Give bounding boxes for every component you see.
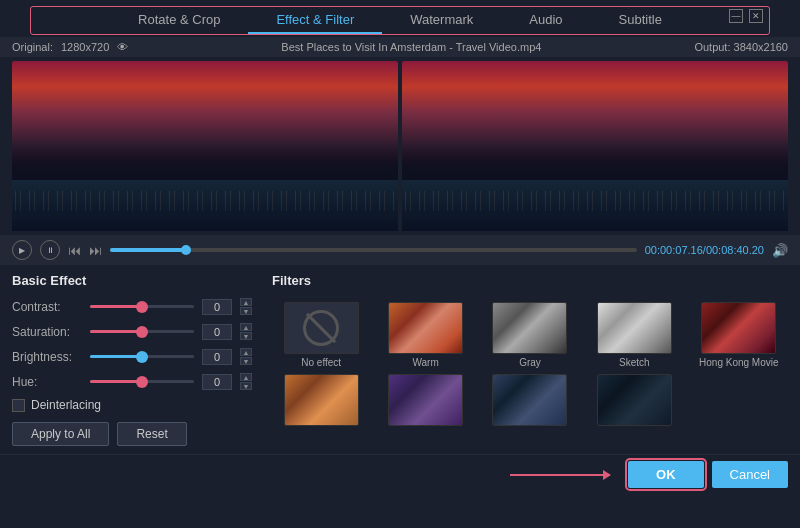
filename: Best Places to Visit In Amsterdam - Trav… <box>281 41 541 53</box>
hue-up[interactable]: ▲ <box>240 373 252 381</box>
saturation-value[interactable]: 0 <box>202 324 232 340</box>
filter-f2d[interactable] <box>585 374 683 428</box>
filter-thumb-gray <box>492 302 567 354</box>
prev-button[interactable]: ⏮ <box>68 243 81 258</box>
info-bar: Original: 1280x720 👁 Best Places to Visi… <box>0 37 800 57</box>
filter-warm[interactable]: Warm <box>376 302 474 368</box>
effect-action-buttons: Apply to All Reset <box>12 422 252 446</box>
filter-thumb-f2d <box>597 374 672 426</box>
brightness-row: Brightness: 0 ▲ ▼ <box>12 348 252 365</box>
original-resolution: 1280x720 <box>61 41 109 53</box>
preview-area <box>0 57 800 235</box>
output-resolution: 3840x2160 <box>734 41 788 53</box>
saturation-up[interactable]: ▲ <box>240 323 252 331</box>
time-display: 00:00:07.16/00:08:40.20 <box>645 244 764 256</box>
bottom-panel: Basic Effect Contrast: 0 ▲ ▼ Saturation: <box>0 265 800 454</box>
filter-label-warm: Warm <box>412 357 438 368</box>
filters-panel: Filters No effect Warm Gra <box>272 273 788 446</box>
reset-button[interactable]: Reset <box>117 422 186 446</box>
deinterlacing-checkbox[interactable] <box>12 399 25 412</box>
filter-thumb-no-effect <box>284 302 359 354</box>
apply-all-button[interactable]: Apply to All <box>12 422 109 446</box>
contrast-up[interactable]: ▲ <box>240 298 252 306</box>
tab-rotate-crop[interactable]: Rotate & Crop <box>110 7 248 34</box>
minimize-button[interactable]: — <box>729 9 743 23</box>
filter-hk-movie[interactable]: Hong Kong Movie <box>690 302 788 368</box>
arrow-indicator <box>12 474 620 476</box>
tab-watermark[interactable]: Watermark <box>382 7 501 34</box>
video-panel-left <box>12 61 398 231</box>
contrast-slider[interactable] <box>90 305 194 308</box>
deinterlacing-row: Deinterlacing <box>12 398 252 412</box>
basic-effect-panel: Basic Effect Contrast: 0 ▲ ▼ Saturation: <box>12 273 252 446</box>
playback-bar: ▶ ⏸ ⏮ ⏭ 00:00:07.16/00:08:40.20 🔊 <box>0 235 800 265</box>
filter-thumb-hk <box>701 302 776 354</box>
hue-slider[interactable] <box>90 380 194 383</box>
filter-f2b[interactable] <box>376 374 474 428</box>
brightness-value[interactable]: 0 <box>202 349 232 365</box>
filter-no-effect[interactable]: No effect <box>272 302 370 368</box>
stop-button[interactable]: ⏸ <box>40 240 60 260</box>
filter-thumb-f2a <box>284 374 359 426</box>
filters-title: Filters <box>272 273 788 288</box>
video-panel-right <box>402 61 788 231</box>
arrow-line-icon <box>510 474 610 476</box>
next-button[interactable]: ⏭ <box>89 243 102 258</box>
filter-label-no-effect: No effect <box>301 357 341 368</box>
contrast-row: Contrast: 0 ▲ ▼ <box>12 298 252 315</box>
tab-audio[interactable]: Audio <box>501 7 590 34</box>
filter-sketch[interactable]: Sketch <box>585 302 683 368</box>
filter-f2a[interactable] <box>272 374 370 428</box>
brightness-down[interactable]: ▼ <box>240 357 252 365</box>
progress-bar[interactable] <box>110 248 637 252</box>
no-effect-circle-icon <box>303 310 339 346</box>
filter-f2c[interactable] <box>481 374 579 428</box>
progress-fill <box>110 248 186 252</box>
filter-thumb-warm <box>388 302 463 354</box>
progress-thumb[interactable] <box>181 245 191 255</box>
filter-label-gray: Gray <box>519 357 541 368</box>
play-button[interactable]: ▶ <box>12 240 32 260</box>
hue-value[interactable]: 0 <box>202 374 232 390</box>
tab-bar: Rotate & Crop Effect & Filter Watermark … <box>30 6 770 35</box>
close-button[interactable]: ✕ <box>749 9 763 23</box>
hue-row: Hue: 0 ▲ ▼ <box>12 373 252 390</box>
tab-effect-filter[interactable]: Effect & Filter <box>248 7 382 34</box>
filter-label-hk: Hong Kong Movie <box>699 357 779 368</box>
brightness-label: Brightness: <box>12 350 82 364</box>
saturation-slider[interactable] <box>90 330 194 333</box>
ok-button[interactable]: OK <box>628 461 704 488</box>
filter-thumb-f2c <box>492 374 567 426</box>
saturation-down[interactable]: ▼ <box>240 332 252 340</box>
filters-grid: No effect Warm Gray Sketch <box>272 302 788 428</box>
filter-gray[interactable]: Gray <box>481 302 579 368</box>
filter-thumb-sketch <box>597 302 672 354</box>
brightness-slider[interactable] <box>90 355 194 358</box>
saturation-label: Saturation: <box>12 325 82 339</box>
filters-scroll-area[interactable]: No effect Warm Gray Sketch <box>272 298 788 428</box>
bottom-action-bar: OK Cancel <box>0 454 800 494</box>
hue-label: Hue: <box>12 375 82 389</box>
cancel-button[interactable]: Cancel <box>712 461 788 488</box>
contrast-value[interactable]: 0 <box>202 299 232 315</box>
filter-label-sketch: Sketch <box>619 357 650 368</box>
output-label: Output: <box>694 41 730 53</box>
volume-icon[interactable]: 🔊 <box>772 243 788 258</box>
deinterlacing-label: Deinterlacing <box>31 398 101 412</box>
basic-effect-title: Basic Effect <box>12 273 252 288</box>
saturation-row: Saturation: 0 ▲ ▼ <box>12 323 252 340</box>
brightness-up[interactable]: ▲ <box>240 348 252 356</box>
filter-thumb-f2b <box>388 374 463 426</box>
eye-icon[interactable]: 👁 <box>117 41 128 53</box>
contrast-down[interactable]: ▼ <box>240 307 252 315</box>
tab-subtitle[interactable]: Subtitle <box>591 7 690 34</box>
hue-down[interactable]: ▼ <box>240 382 252 390</box>
contrast-label: Contrast: <box>12 300 82 314</box>
original-label: Original: <box>12 41 53 53</box>
